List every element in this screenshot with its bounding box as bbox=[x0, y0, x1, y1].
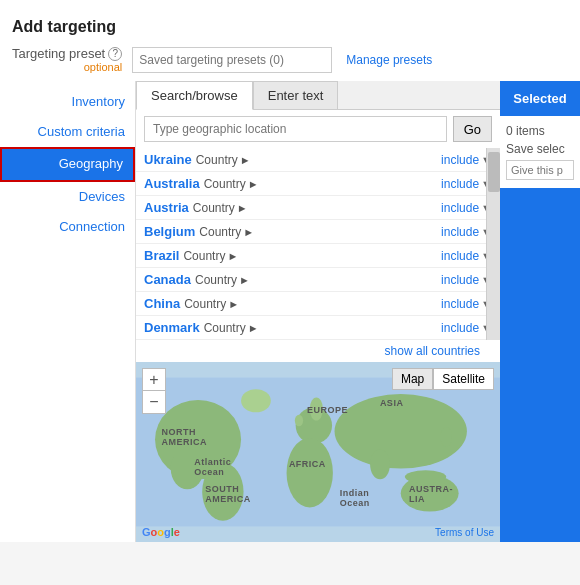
table-row: China Country ► include ▼ bbox=[136, 292, 500, 316]
page-title: Add targeting bbox=[0, 10, 580, 42]
sidebar-item-devices[interactable]: Devices bbox=[0, 182, 135, 212]
country-include-ukraine[interactable]: include bbox=[441, 153, 479, 167]
search-input[interactable] bbox=[144, 116, 447, 142]
table-row: Belgium Country ► include ▼ bbox=[136, 220, 500, 244]
svg-point-11 bbox=[440, 427, 452, 447]
country-include-brazil[interactable]: include bbox=[441, 249, 479, 263]
country-name-denmark[interactable]: Denmark bbox=[144, 320, 200, 335]
table-row: Australia Country ► include ▼ bbox=[136, 172, 500, 196]
country-name-brazil[interactable]: Brazil bbox=[144, 248, 179, 263]
country-expand-australia[interactable]: ► bbox=[248, 178, 259, 190]
country-name-australia[interactable]: Australia bbox=[144, 176, 200, 191]
australia-label: AUSTRA-LIA bbox=[409, 484, 453, 504]
map-type-satellite-button[interactable]: Satellite bbox=[433, 368, 494, 390]
give-this-input[interactable] bbox=[506, 160, 574, 180]
svg-point-9 bbox=[295, 415, 303, 427]
scrollbar[interactable] bbox=[486, 148, 500, 340]
country-list: Ukraine Country ► include ▼ Australia Co… bbox=[136, 148, 500, 340]
country-name-canada[interactable]: Canada bbox=[144, 272, 191, 287]
atlantic-ocean-label: AtlanticOcean bbox=[194, 457, 231, 477]
country-name-austria[interactable]: Austria bbox=[144, 200, 189, 215]
sidebar: Inventory Custom criteria Geography Devi… bbox=[0, 81, 135, 542]
asia-label: ASIA bbox=[380, 398, 404, 408]
tab-search-browse[interactable]: Search/browse bbox=[136, 81, 253, 110]
table-row: Austria Country ► include ▼ bbox=[136, 196, 500, 220]
country-expand-belgium[interactable]: ► bbox=[243, 226, 254, 238]
europe-label: EUROPE bbox=[307, 405, 348, 415]
sidebar-item-geography[interactable]: Geography bbox=[0, 147, 135, 181]
search-row: Go bbox=[136, 110, 500, 148]
terms-of-use-link[interactable]: Terms of Use bbox=[435, 527, 494, 538]
map-type-map-button[interactable]: Map bbox=[392, 368, 433, 390]
svg-point-8 bbox=[241, 389, 271, 412]
items-count: 0 items bbox=[506, 124, 574, 138]
selected-header: Selected bbox=[500, 81, 580, 116]
table-row: Denmark Country ► include ▼ bbox=[136, 316, 500, 340]
country-expand-canada[interactable]: ► bbox=[239, 274, 250, 286]
table-row: Ukraine Country ► include ▼ bbox=[136, 148, 500, 172]
save-select-text: Save selec bbox=[506, 142, 574, 156]
outer-wrapper: Inventory Custom criteria Geography Devi… bbox=[0, 81, 580, 542]
country-include-belgium[interactable]: include bbox=[441, 225, 479, 239]
country-include-china[interactable]: include bbox=[441, 297, 479, 311]
north-america-label: NORTHAMERICA bbox=[161, 427, 207, 447]
show-all-link[interactable]: show all countries bbox=[136, 340, 500, 362]
targeting-preset-row: Targeting preset ? optional Manage prese… bbox=[0, 42, 580, 81]
help-icon[interactable]: ? bbox=[108, 47, 122, 61]
svg-point-12 bbox=[405, 470, 446, 483]
go-button[interactable]: Go bbox=[453, 116, 492, 142]
sidebar-item-connection[interactable]: Connection bbox=[0, 212, 135, 242]
country-name-china[interactable]: China bbox=[144, 296, 180, 311]
left-section: Search/browse Enter text Go Ukraine bbox=[135, 81, 500, 542]
selected-panel: Selected 0 items Save selec bbox=[500, 81, 580, 542]
table-row: Brazil Country ► include ▼ bbox=[136, 244, 500, 268]
africa-label: AFRICA bbox=[289, 459, 326, 469]
country-expand-brazil[interactable]: ► bbox=[227, 250, 238, 262]
sidebar-item-inventory[interactable]: Inventory bbox=[0, 87, 135, 117]
optional-label: optional bbox=[84, 61, 123, 73]
map-zoom-in-button[interactable]: + bbox=[143, 369, 165, 391]
svg-point-5 bbox=[287, 438, 333, 507]
country-expand-ukraine[interactable]: ► bbox=[240, 154, 251, 166]
country-expand-denmark[interactable]: ► bbox=[248, 322, 259, 334]
google-logo: Google bbox=[142, 526, 180, 538]
country-include-denmark[interactable]: include bbox=[441, 321, 479, 335]
map-controls: + − bbox=[142, 368, 166, 414]
country-name-belgium[interactable]: Belgium bbox=[144, 224, 195, 239]
targeting-preset-label: Targeting preset bbox=[12, 46, 105, 61]
manage-presets-link[interactable]: Manage presets bbox=[346, 53, 432, 67]
content-panel: Search/browse Enter text Go Ukraine bbox=[135, 81, 500, 542]
tabs-row: Search/browse Enter text bbox=[136, 81, 500, 110]
map-type-buttons: Map Satellite bbox=[392, 368, 494, 390]
country-name-ukraine[interactable]: Ukraine bbox=[144, 152, 192, 167]
country-expand-austria[interactable]: ► bbox=[237, 202, 248, 214]
selected-content: 0 items Save selec bbox=[500, 116, 580, 188]
south-america-label: SOUTHAMERICA bbox=[205, 484, 251, 504]
country-expand-china[interactable]: ► bbox=[228, 298, 239, 310]
indian-ocean-label: IndianOcean bbox=[340, 488, 370, 508]
country-include-australia[interactable]: include bbox=[441, 177, 479, 191]
preset-label-wrapper: Targeting preset ? optional bbox=[12, 46, 122, 73]
scrollbar-thumb[interactable] bbox=[488, 152, 500, 192]
svg-point-10 bbox=[370, 450, 390, 480]
sidebar-item-custom-criteria[interactable]: Custom criteria bbox=[0, 117, 135, 147]
table-row: Canada Country ► include ▼ bbox=[136, 268, 500, 292]
map-container: + − Map Satellite NORTHAMERICA AtlanticO… bbox=[136, 362, 500, 542]
country-list-wrapper: Ukraine Country ► include ▼ Australia Co… bbox=[136, 148, 500, 340]
saved-presets-input[interactable] bbox=[132, 47, 332, 73]
country-include-austria[interactable]: include bbox=[441, 201, 479, 215]
country-include-canada[interactable]: include bbox=[441, 273, 479, 287]
tab-enter-text[interactable]: Enter text bbox=[253, 81, 339, 110]
page-container: Add targeting Targeting preset ? optiona… bbox=[0, 0, 580, 542]
map-zoom-out-button[interactable]: − bbox=[143, 391, 165, 413]
